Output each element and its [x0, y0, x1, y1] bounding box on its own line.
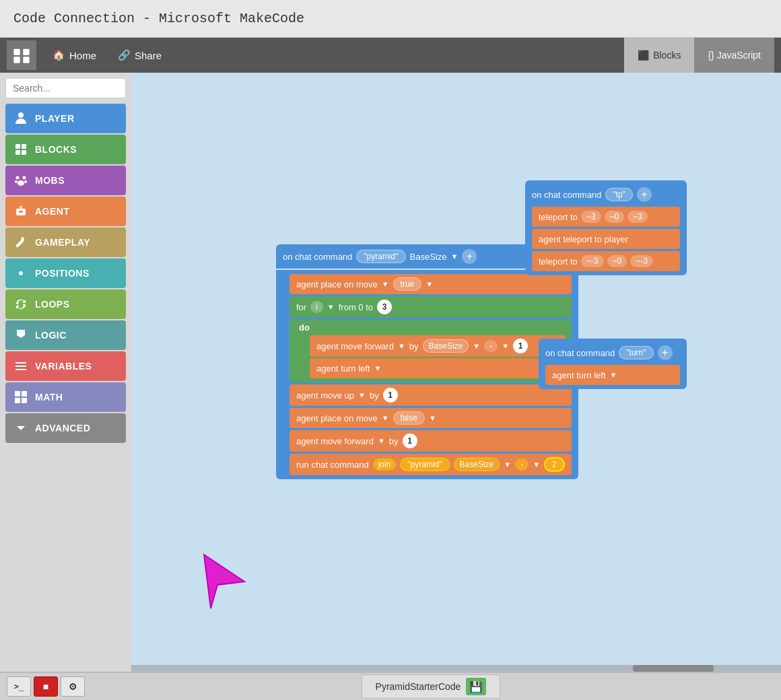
branch-icon — [13, 328, 28, 343]
blocks-button[interactable]: ⬛ Blocks — [624, 38, 694, 73]
person-icon — [13, 111, 28, 126]
sidebar-item-player[interactable]: PLAYER — [5, 104, 126, 133]
add-param-button[interactable]: + — [462, 249, 477, 264]
turn-block-group: on chat command "turn" + agent turn left… — [539, 339, 687, 389]
svg-rect-8 — [22, 150, 26, 155]
cursor-indicator — [191, 548, 258, 618]
scrollbar-thumb[interactable] — [633, 665, 714, 672]
tp-add-param[interactable]: + — [637, 187, 652, 202]
main-layout: 🔍 PLAYER BLOCKS MOBS — [0, 73, 781, 672]
sidebar-item-gameplay[interactable]: GAMEPLAY — [5, 228, 126, 257]
paw-icon — [13, 173, 28, 188]
cube-icon — [13, 142, 28, 157]
canvas-area: on chat command "pyramid" BaseSize ▼ + a… — [131, 73, 781, 672]
app-title: Code Connection - Microsoft MakeCode — [13, 11, 304, 26]
grid-icon — [13, 390, 28, 405]
svg-rect-6 — [22, 144, 26, 149]
agent-move-up-block[interactable]: agent move up ▼ by 1 — [290, 384, 572, 406]
svg-rect-25 — [22, 391, 27, 396]
svg-rect-27 — [22, 398, 27, 403]
svg-rect-26 — [15, 398, 20, 403]
agent-place-on-move-1[interactable]: agent place on move ▼ true ▼ — [290, 274, 572, 294]
wrench-icon — [13, 235, 28, 250]
home-icon: 🏠 — [53, 49, 65, 61]
sidebar-item-blocks[interactable]: BLOCKS — [5, 135, 126, 164]
project-name-label: PyramidStarterCode — [376, 681, 461, 692]
sidebar-items: PLAYER BLOCKS MOBS AGENT — [0, 104, 131, 443]
title-bar: Code Connection - Microsoft MakeCode — [0, 0, 781, 38]
sidebar-item-mobs[interactable]: MOBS — [5, 166, 126, 195]
agent-turn-left-2[interactable]: agent turn left ▼ — [545, 365, 680, 385]
sidebar-item-variables[interactable]: VARIABLES — [5, 351, 126, 381]
view-toggle: ⬛ Blocks {} JavaScript — [624, 38, 774, 73]
svg-rect-1 — [23, 49, 29, 55]
robot-icon — [13, 204, 28, 219]
chevron-down-icon — [13, 421, 28, 435]
agent-move-forward-2[interactable]: agent move forward ▼ by 1 — [290, 430, 572, 452]
run-chat-command-block[interactable]: run chat command join "pyramid" BaseSize… — [290, 454, 572, 475]
home-button[interactable]: 🏠 Home — [42, 38, 107, 73]
project-name-container: PyramidStarterCode 💾 — [362, 674, 501, 699]
sidebar: 🔍 PLAYER BLOCKS MOBS — [0, 73, 131, 672]
svg-rect-3 — [23, 57, 29, 63]
svg-rect-16 — [21, 211, 23, 213]
svg-rect-7 — [15, 150, 20, 155]
arrow-cursor-icon — [191, 548, 258, 615]
list-icon — [13, 359, 28, 374]
svg-rect-2 — [13, 57, 20, 63]
svg-rect-15 — [19, 211, 21, 213]
save-button[interactable]: 💾 — [466, 678, 486, 695]
canvas-scrollbar[interactable] — [131, 665, 781, 672]
share-button[interactable]: 🔗 Share — [107, 38, 172, 73]
save-icon: 💾 — [469, 680, 483, 693]
agent-move-forward-block[interactable]: agent move forward ▼ by BaseSize ▼ - ▼ 1 — [310, 335, 565, 357]
svg-rect-5 — [15, 144, 20, 149]
svg-rect-24 — [15, 391, 20, 396]
top-nav: 🏠 Home 🔗 Share ⬛ Blocks {} JavaScript — [0, 38, 781, 73]
svg-point-4 — [18, 112, 24, 118]
agent-teleport-block[interactable]: agent teleport to player — [532, 229, 680, 249]
teleport-to-1[interactable]: teleport to ~3 ~0 ~3 — [532, 207, 680, 227]
teleport-to-2[interactable]: teleport to ~-3 ~0 ~-3 — [532, 251, 680, 271]
blocks-icon: ⬛ — [638, 50, 649, 61]
svg-point-9 — [16, 176, 20, 180]
svg-marker-28 — [204, 555, 244, 608]
turn-header[interactable]: on chat command "turn" + — [545, 343, 680, 363]
stop-button[interactable]: ■ — [34, 676, 58, 697]
search-input[interactable] — [13, 83, 131, 94]
svg-point-12 — [24, 180, 27, 183]
tp-block-group: on chat command "tp" + teleport to ~3 ~0… — [525, 180, 687, 275]
svg-point-11 — [15, 180, 18, 183]
sidebar-item-loops[interactable]: LOOPS — [5, 289, 126, 319]
sidebar-item-advanced[interactable]: ADVANCED — [5, 413, 126, 443]
tp-header[interactable]: on chat command "tp" + — [532, 184, 680, 205]
sidebar-item-logic[interactable]: LOGIC — [5, 320, 126, 350]
terminal-button[interactable]: >_ — [7, 676, 31, 697]
pyramid-value: "pyramid" — [356, 250, 405, 263]
svg-point-19 — [19, 271, 23, 275]
agent-turn-left-1[interactable]: agent turn left ▼ — [310, 358, 565, 378]
sidebar-item-positions[interactable]: POSITIONS — [5, 258, 126, 288]
turn-add-param[interactable]: + — [658, 345, 673, 360]
svg-point-13 — [18, 180, 24, 186]
bottom-bar: >_ ■ ⚙ PyramidStarterCode 💾 — [0, 672, 781, 700]
search-box[interactable]: 🔍 — [5, 78, 126, 98]
svg-point-10 — [23, 176, 26, 180]
for-loop-block[interactable]: for i ▼ from 0 to 3 — [290, 296, 572, 318]
share-icon: 🔗 — [118, 49, 131, 61]
agent-place-on-move-2[interactable]: agent place on move ▼ false ▼ — [290, 408, 572, 428]
loop-icon — [13, 297, 28, 312]
logo-icon — [12, 46, 31, 65]
logo — [7, 40, 36, 70]
sidebar-item-math[interactable]: MATH — [5, 382, 126, 412]
settings-icon: ⚙ — [69, 681, 77, 692]
main-block-group: on chat command "pyramid" BaseSize ▼ + a… — [276, 244, 578, 479]
gear-icon — [13, 266, 28, 281]
settings-button[interactable]: ⚙ — [61, 676, 85, 697]
svg-rect-0 — [13, 49, 20, 55]
sidebar-item-agent[interactable]: AGENT — [5, 197, 126, 226]
javascript-button[interactable]: {} JavaScript — [694, 38, 774, 73]
